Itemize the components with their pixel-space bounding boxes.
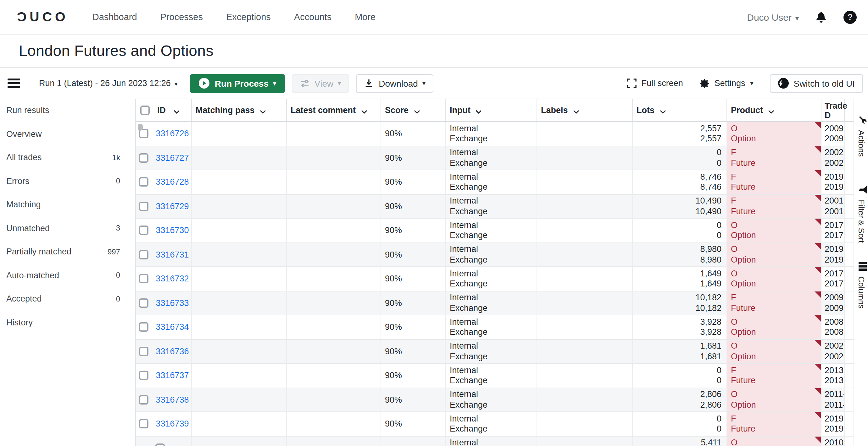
run-selector[interactable]: Run 1 (Latest) - 26 Jun 2023 12:26▾ — [39, 78, 178, 88]
help-button[interactable]: ? — [843, 10, 857, 24]
input-cell: Internal Exchange — [446, 315, 537, 339]
trade-id-link[interactable]: 3316732 — [156, 274, 189, 284]
vertical-scrollbar[interactable] — [845, 170, 854, 194]
row-checkbox[interactable] — [139, 274, 148, 284]
filter-sort-panel-button[interactable]: Filter & Sort — [854, 184, 868, 243]
vertical-scrollbar[interactable] — [845, 218, 854, 242]
notifications-button[interactable] — [815, 11, 827, 23]
nav-item[interactable]: Dashboard▾ — [92, 12, 137, 22]
column-header-labels[interactable]: Labels — [537, 99, 633, 121]
trade-id-link[interactable]: 3316734 — [156, 322, 189, 332]
row-checkbox[interactable] — [139, 298, 148, 308]
labels-cell — [537, 436, 633, 446]
vertical-scrollbar[interactable] — [845, 436, 854, 446]
vertical-scrollbar[interactable] — [845, 315, 854, 339]
sidebar-item[interactable]: Accepted 0 — [0, 287, 135, 311]
vertical-scrollbar[interactable] — [845, 146, 854, 170]
id-cell: 3316731 — [136, 243, 192, 266]
menu-icon[interactable] — [7, 78, 20, 88]
matching-pass-cell — [192, 340, 287, 363]
row-checkbox[interactable] — [139, 202, 148, 211]
duco-logo: ƆUCO — [17, 9, 68, 25]
trade-id-link[interactable]: 3316726 — [156, 129, 189, 138]
trade-id-link[interactable]: 3316729 — [156, 202, 189, 211]
sidebar-item[interactable]: Auto-matched 0 — [0, 264, 135, 287]
vertical-scrollbar[interactable] — [845, 340, 854, 363]
actions-panel-button[interactable]: Actions — [854, 114, 868, 157]
nav-item[interactable]: Accounts▾ — [294, 12, 332, 22]
row-checkbox[interactable] — [139, 371, 148, 380]
trade-id-link[interactable]: 3316727 — [156, 153, 189, 163]
vertical-scrollbar[interactable] — [845, 122, 854, 145]
sidebar-item[interactable]: All trades 1k — [0, 146, 135, 169]
matching-pass-cell — [192, 364, 287, 387]
product-cell: O Option — [727, 218, 822, 242]
row-checkbox[interactable] — [139, 177, 148, 187]
column-header-input[interactable]: Input — [446, 99, 537, 121]
column-header-lots[interactable]: Lots — [633, 99, 727, 121]
nav-item[interactable]: Exceptions▾ — [226, 12, 271, 22]
input-cell: Internal Exchange — [446, 267, 537, 290]
sidebar-item[interactable]: Overview — [0, 122, 135, 146]
labels-cell — [537, 340, 633, 363]
column-header-trade-date[interactable]: Trade D — [822, 99, 845, 121]
sidebar-item[interactable]: Matching — [0, 193, 135, 216]
sidebar-item[interactable]: History — [0, 311, 135, 334]
trade-date-cell: 2013- 2013- — [822, 364, 845, 387]
lots-cell: 0 0 — [633, 146, 727, 170]
row-checkbox[interactable] — [139, 153, 148, 163]
id-cell: 3316739 — [136, 412, 192, 436]
row-checkbox[interactable] — [139, 347, 148, 356]
sidebar-item[interactable]: Errors 0 — [0, 169, 135, 193]
full-screen-button[interactable]: Full screen — [627, 78, 683, 88]
row-checkbox[interactable] — [139, 395, 148, 405]
flag-corner-icon — [814, 170, 821, 176]
vertical-scrollbar[interactable] — [845, 195, 854, 218]
trade-id-link[interactable]: 3316733 — [156, 298, 189, 308]
trade-id-link[interactable]: 3316737 — [156, 371, 189, 380]
trade-id-link[interactable]: 3316736 — [156, 347, 189, 356]
column-header-matching-pass[interactable]: Matching pass — [192, 99, 287, 121]
view-button[interactable]: View▾ — [292, 74, 349, 93]
sidebar-item[interactable]: Unmatched 3 — [0, 216, 135, 240]
trade-id-link[interactable]: 3316731 — [156, 250, 189, 260]
column-header-score[interactable]: Score — [381, 99, 446, 121]
nav-item[interactable]: Processes▾ — [160, 12, 203, 22]
trade-id-link[interactable]: 3316738 — [156, 395, 189, 405]
trade-id-link[interactable]: 3316728 — [156, 177, 189, 187]
trade-id-link[interactable]: 3316739 — [156, 419, 189, 429]
settings-button[interactable]: Settings▾ — [700, 78, 753, 88]
switch-old-ui-button[interactable]: Switch to old UI — [770, 74, 863, 93]
lots-cell: 2,557 2,557 — [633, 122, 727, 145]
row-checkbox[interactable] — [139, 322, 148, 332]
flag-corner-icon — [814, 315, 821, 321]
vertical-scrollbar[interactable] — [845, 388, 854, 411]
sidebar-item[interactable]: Partially matched 997 — [0, 240, 135, 264]
vertical-scrollbar[interactable] — [845, 364, 854, 387]
vertical-scrollbar[interactable] — [845, 412, 854, 436]
input-cell: Internal Exchange — [446, 195, 537, 218]
trade-id-link[interactable]: 3316730 — [156, 226, 189, 235]
download-button[interactable]: Download▾ — [356, 74, 434, 93]
column-header-id[interactable]: ID — [136, 99, 192, 121]
column-header-product[interactable]: Product — [727, 99, 822, 121]
nav-item[interactable]: More▾ — [355, 12, 375, 22]
score-cell: 90% — [381, 218, 446, 242]
nav-right: Duco User▾ ? — [747, 10, 857, 24]
vertical-scrollbar[interactable] — [845, 243, 854, 266]
row-checkbox[interactable] — [155, 444, 165, 446]
user-menu[interactable]: Duco User▾ — [747, 12, 799, 22]
run-process-button[interactable]: Run Process▾ — [190, 74, 285, 93]
vertical-scrollbar[interactable] — [845, 267, 854, 290]
columns-panel-button[interactable]: Columns — [854, 261, 868, 309]
column-header-latest-comment[interactable]: Latest comment — [287, 99, 381, 121]
select-all-checkbox[interactable] — [140, 106, 150, 115]
row-checkbox[interactable] — [139, 226, 148, 235]
scrollbar-thumb[interactable] — [137, 124, 143, 131]
row-checkbox[interactable] — [139, 419, 148, 429]
trade-date-cell: 2009- 2009- — [822, 122, 845, 145]
vertical-scrollbar[interactable] — [845, 291, 854, 315]
table-row: 3316737 90% Internal Exchange 0 0 — [136, 364, 854, 388]
sidebar-item[interactable]: Run results — [0, 99, 135, 122]
row-checkbox[interactable] — [139, 250, 148, 260]
